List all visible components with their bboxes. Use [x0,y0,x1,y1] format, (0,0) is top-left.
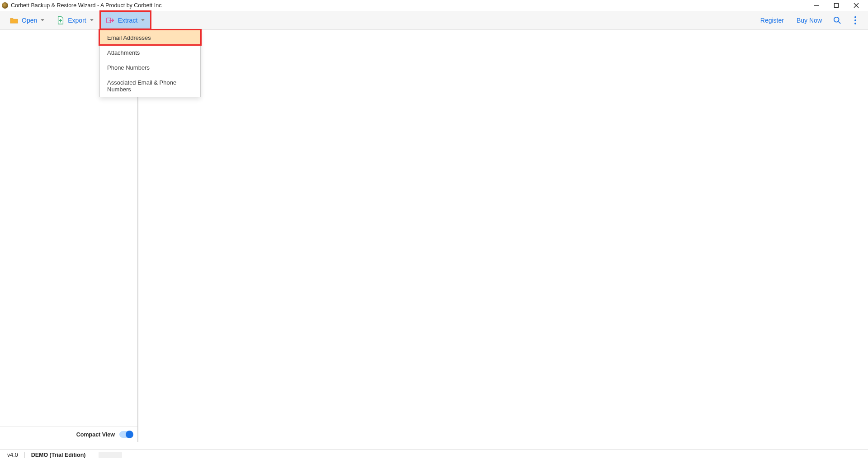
svg-point-9 [854,23,856,24]
compact-view-row: Compact View [0,427,137,442]
window-maximize-button[interactable] [826,0,846,11]
window-minimize-button[interactable] [807,0,826,11]
toggle-knob [126,431,133,438]
menu-item-label: Email Addresses [107,34,151,41]
app-title: Corbett Backup & Restore Wizard - A Prod… [11,2,161,9]
search-button[interactable] [828,11,846,29]
extract-button[interactable]: Extract [100,11,151,29]
register-label: Register [760,17,784,24]
extract-label: Extract [118,17,138,24]
compact-view-label: Compact View [76,432,115,438]
edition-label: DEMO (Trial Edition) [31,452,86,458]
svg-rect-1 [835,4,839,8]
buy-now-label: Buy Now [797,17,822,24]
svg-line-6 [839,21,841,24]
extract-menu-associated[interactable]: Associated Email & Phone Numbers [100,75,200,97]
version-label: v4.0 [7,452,18,458]
svg-point-8 [854,19,856,21]
compact-view-toggle[interactable] [119,431,133,438]
more-menu-button[interactable] [846,11,864,29]
register-link[interactable]: Register [754,11,790,29]
statusbar: v4.0 DEMO (Trial Edition) [0,449,868,460]
export-button[interactable]: Export [51,11,99,29]
buy-now-link[interactable]: Buy Now [790,11,828,29]
extract-dropdown: Email Addresses Attachments Phone Number… [99,30,201,97]
search-icon [833,16,841,24]
separator [92,452,92,458]
app-icon [2,2,8,9]
extract-icon [106,17,114,24]
chevron-down-icon [41,19,44,21]
extract-menu-phone-numbers[interactable]: Phone Numbers [100,60,200,75]
toolbar: Open Export Extract Register Buy Now [0,11,868,30]
chevron-down-icon [90,19,94,21]
window-close-button[interactable] [846,0,866,11]
menu-item-label: Associated Email & Phone Numbers [107,79,176,93]
main-content [138,30,868,442]
menu-item-label: Phone Numbers [107,64,150,71]
extract-menu-email-addresses[interactable]: Email Addresses [100,30,200,45]
separator [24,452,25,458]
titlebar: Corbett Backup & Restore Wizard - A Prod… [0,0,868,11]
open-label: Open [22,17,37,24]
menu-item-label: Attachments [107,49,140,56]
file-export-icon [57,16,64,24]
kebab-menu-icon [854,16,856,24]
extract-menu-attachments[interactable]: Attachments [100,45,200,60]
folder-icon [10,17,18,24]
export-label: Export [68,17,86,24]
svg-point-5 [834,17,839,22]
status-placeholder [99,452,122,458]
open-button[interactable]: Open [4,11,51,29]
chevron-down-icon [141,19,145,21]
svg-point-7 [854,16,856,18]
